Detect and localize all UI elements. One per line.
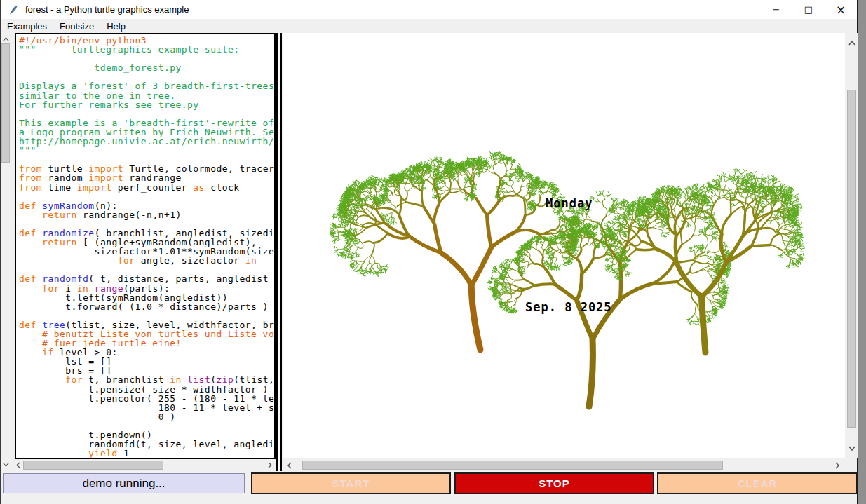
- scroll-up-icon[interactable]: [846, 37, 858, 48]
- start-button[interactable]: START: [251, 472, 451, 494]
- status-display: demo running...: [3, 473, 245, 493]
- canvas-text-weekday: Monday: [546, 196, 593, 210]
- close-button[interactable]: ×: [825, 0, 857, 19]
- scroll-right-icon[interactable]: [265, 459, 275, 471]
- stop-button[interactable]: STOP: [454, 472, 654, 494]
- turtle-canvas[interactable]: Monday Sep. 8 2025: [283, 33, 845, 458]
- menu-item-fontsize[interactable]: Fontsize: [53, 20, 100, 32]
- scroll-left-icon[interactable]: [13, 459, 23, 471]
- canvas-hscroll-thumb[interactable]: [302, 461, 723, 470]
- forest-drawing: [283, 33, 845, 458]
- minimize-button[interactable]: −: [760, 0, 792, 19]
- scroll-down-icon[interactable]: [846, 442, 858, 454]
- menu-item-help[interactable]: Help: [100, 20, 132, 32]
- menu-bar: Examples Fontsize Help: [1, 19, 857, 33]
- menu-item-examples[interactable]: Examples: [1, 20, 53, 32]
- python-feather-icon: [8, 4, 20, 15]
- scroll-left-icon[interactable]: [285, 459, 295, 471]
- clear-button[interactable]: CLEAR: [657, 472, 858, 494]
- canvas-horizontal-scrollbar[interactable]: [283, 459, 845, 471]
- code-vertical-scrollbar[interactable]: [1, 33, 11, 471]
- code-vscroll-thumb[interactable]: [1, 43, 10, 163]
- code-editor[interactable]: #!/usr/bin/env python3""" turtlegraphics…: [15, 33, 276, 459]
- pane-divider[interactable]: [276, 33, 282, 471]
- title-bar: forest - a Python turtle graphics exampl…: [1, 0, 857, 19]
- scroll-up-icon[interactable]: [1, 34, 11, 44]
- window-title: forest - a Python turtle graphics exampl…: [25, 4, 189, 15]
- canvas-text-date: Sep. 8 2025: [525, 300, 612, 314]
- window-controls: − □ ×: [760, 0, 857, 19]
- maximize-button[interactable]: □: [792, 0, 825, 19]
- scroll-down-icon[interactable]: [1, 460, 11, 470]
- scroll-right-icon[interactable]: [832, 459, 842, 471]
- canvas-vertical-scrollbar[interactable]: [846, 33, 858, 458]
- code-horizontal-scrollbar[interactable]: [12, 459, 276, 471]
- desktop-background: [858, 0, 866, 504]
- app-window: forest - a Python turtle graphics exampl…: [0, 0, 858, 504]
- code-hscroll-thumb[interactable]: [23, 461, 163, 470]
- canvas-vscroll-thumb[interactable]: [847, 90, 856, 428]
